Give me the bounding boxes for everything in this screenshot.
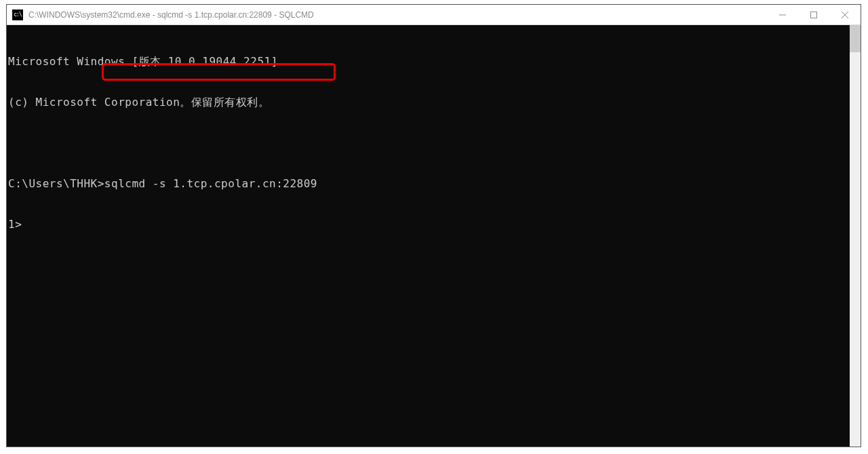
sqlcmd-prompt: 1> bbox=[8, 218, 850, 231]
svg-rect-1 bbox=[811, 12, 817, 18]
terminal-line: (c) Microsoft Corporation。保留所有权利。 bbox=[8, 96, 850, 109]
terminal-line: Microsoft Windows [版本 10.0.19044.2251] bbox=[8, 55, 850, 69]
maximize-icon bbox=[810, 12, 817, 18]
terminal-line bbox=[8, 136, 850, 150]
cmd-window: c:\ C:\WINDOWS\system32\cmd.exe - sqlcmd… bbox=[6, 4, 861, 447]
terminal-body[interactable]: Microsoft Windows [版本 10.0.19044.2251] (… bbox=[7, 25, 850, 447]
window-title: C:\WINDOWS\system32\cmd.exe - sqlcmd -s … bbox=[28, 10, 767, 20]
vertical-scrollbar[interactable] bbox=[850, 25, 861, 447]
close-icon bbox=[842, 12, 848, 18]
cmd-icon: c:\ bbox=[12, 10, 23, 20]
entered-command: sqlcmd -s 1.tcp.cpolar.cn:22809 bbox=[104, 177, 317, 190]
prompt-path: C:\Users\THHK> bbox=[8, 177, 104, 190]
minimize-icon bbox=[779, 12, 786, 18]
terminal-container: Microsoft Windows [版本 10.0.19044.2251] (… bbox=[7, 25, 861, 447]
maximize-button[interactable] bbox=[798, 5, 829, 24]
minimize-button[interactable] bbox=[767, 5, 798, 24]
window-controls bbox=[767, 5, 861, 24]
terminal-line: C:\Users\THHK>sqlcmd -s 1.tcp.cpolar.cn:… bbox=[8, 177, 850, 191]
scrollbar-thumb[interactable] bbox=[850, 25, 861, 52]
close-button[interactable] bbox=[829, 5, 861, 24]
titlebar[interactable]: c:\ C:\WINDOWS\system32\cmd.exe - sqlcmd… bbox=[7, 5, 861, 25]
